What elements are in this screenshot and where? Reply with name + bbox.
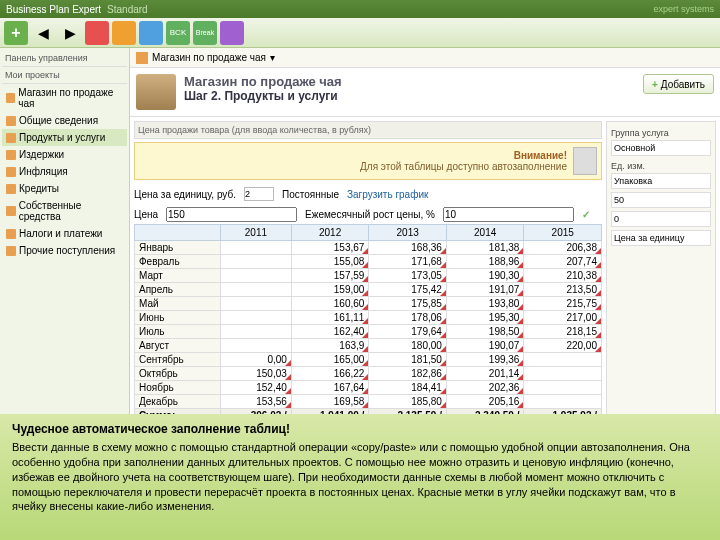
value-cell[interactable]: 153,56 bbox=[221, 395, 292, 409]
value-cell[interactable] bbox=[221, 283, 292, 297]
chart-icon[interactable] bbox=[112, 21, 136, 45]
autofill-icon[interactable] bbox=[573, 147, 597, 175]
value-cell[interactable]: 218,15 bbox=[524, 325, 602, 339]
chevron-down-icon[interactable]: ▾ bbox=[270, 52, 275, 63]
value-cell[interactable]: 157,59 bbox=[291, 269, 369, 283]
value-cell[interactable]: 207,74 bbox=[524, 255, 602, 269]
value-cell[interactable] bbox=[221, 339, 292, 353]
folder-icon bbox=[6, 150, 16, 160]
value-cell[interactable] bbox=[524, 395, 602, 409]
value-cell[interactable]: 160,60 bbox=[291, 297, 369, 311]
value-cell[interactable]: 206,38 bbox=[524, 241, 602, 255]
month-cell: Февраль bbox=[135, 255, 221, 269]
value-cell[interactable]: 173,05 bbox=[369, 269, 447, 283]
param-row-2: Цена Ежемесячный рост цены, % ✓ bbox=[134, 205, 602, 224]
value-cell[interactable]: 165,00 bbox=[291, 353, 369, 367]
value-cell[interactable]: 195,30 bbox=[446, 311, 524, 325]
zero-value[interactable]: 0 bbox=[611, 211, 711, 227]
group-value[interactable]: Основной bbox=[611, 140, 711, 156]
value-cell[interactable]: 217,00 bbox=[524, 311, 602, 325]
break-icon[interactable]: Break bbox=[193, 21, 217, 45]
value-cell[interactable]: 171,68 bbox=[369, 255, 447, 269]
value-cell[interactable]: 180,00 bbox=[369, 339, 447, 353]
value-cell[interactable] bbox=[221, 325, 292, 339]
value-cell[interactable]: 163,9 bbox=[291, 339, 369, 353]
value-cell[interactable]: 175,85 bbox=[369, 297, 447, 311]
value-cell[interactable] bbox=[221, 311, 292, 325]
value-cell[interactable]: 178,06 bbox=[369, 311, 447, 325]
value-cell[interactable]: 150,03 bbox=[221, 367, 292, 381]
value-cell[interactable]: 198,50 bbox=[446, 325, 524, 339]
value-cell[interactable]: 210,38 bbox=[524, 269, 602, 283]
sidebar-item[interactable]: Инфляция bbox=[2, 163, 127, 180]
value-cell[interactable]: 190,30 bbox=[446, 269, 524, 283]
value-cell[interactable]: 169,58 bbox=[291, 395, 369, 409]
value-cell[interactable]: 167,64 bbox=[291, 381, 369, 395]
value-cell[interactable]: 159,00 bbox=[291, 283, 369, 297]
value-cell[interactable]: 153,67 bbox=[291, 241, 369, 255]
value-cell[interactable]: 201,14 bbox=[446, 367, 524, 381]
unit-price-input[interactable] bbox=[244, 187, 274, 201]
value-cell[interactable]: 179,64 bbox=[369, 325, 447, 339]
value-cell[interactable]: 199,36 bbox=[446, 353, 524, 367]
value-cell[interactable]: 168,36 bbox=[369, 241, 447, 255]
forward-icon[interactable]: ▶ bbox=[58, 21, 82, 45]
value-cell[interactable]: 155,08 bbox=[291, 255, 369, 269]
apply-icon[interactable]: ✓ bbox=[582, 209, 590, 220]
load-schedule-link[interactable]: Загрузить график bbox=[347, 189, 428, 200]
value-cell[interactable]: 175,42 bbox=[369, 283, 447, 297]
value-cell[interactable]: 182,86 bbox=[369, 367, 447, 381]
sidebar-item[interactable]: Общие сведения bbox=[2, 112, 127, 129]
sidebar-header: Панель управления bbox=[2, 50, 127, 67]
value-cell[interactable]: 213,50 bbox=[524, 283, 602, 297]
sidebar-item[interactable]: Продукты и услуги bbox=[2, 129, 127, 146]
value-cell[interactable]: 161,11 bbox=[291, 311, 369, 325]
value-cell[interactable]: 152,40 bbox=[221, 381, 292, 395]
table-row: Июль162,40179,64198,50218,15 bbox=[135, 325, 602, 339]
report-icon[interactable] bbox=[139, 21, 163, 45]
add-button[interactable]: + bbox=[4, 21, 28, 45]
back-text-icon[interactable]: BCK bbox=[166, 21, 190, 45]
value-cell[interactable]: 162,40 bbox=[291, 325, 369, 339]
qty-value[interactable]: 50 bbox=[611, 192, 711, 208]
sidebar-item[interactable]: Прочие поступления bbox=[2, 242, 127, 259]
value-cell[interactable]: 166,22 bbox=[291, 367, 369, 381]
delete-icon[interactable] bbox=[85, 21, 109, 45]
value-cell[interactable]: 191,07 bbox=[446, 283, 524, 297]
value-cell[interactable] bbox=[221, 241, 292, 255]
value-cell[interactable]: 184,41 bbox=[369, 381, 447, 395]
sidebar-item[interactable]: Издержки bbox=[2, 146, 127, 163]
value-cell[interactable]: 220,00 bbox=[524, 339, 602, 353]
unit-value[interactable]: Упаковка bbox=[611, 173, 711, 189]
growth-input[interactable] bbox=[443, 207, 574, 222]
value-cell[interactable]: 215,75 bbox=[524, 297, 602, 311]
crumb-text[interactable]: Магазин по продаже чая bbox=[152, 52, 266, 63]
value-cell[interactable] bbox=[221, 255, 292, 269]
month-cell: Май bbox=[135, 297, 221, 311]
value-cell[interactable] bbox=[524, 367, 602, 381]
home-icon[interactable] bbox=[136, 52, 148, 64]
back-icon[interactable]: ◀ bbox=[31, 21, 55, 45]
price-input[interactable] bbox=[166, 207, 297, 222]
value-cell[interactable]: 188,96 bbox=[446, 255, 524, 269]
tool-icon[interactable] bbox=[220, 21, 244, 45]
sidebar-item[interactable]: Магазин по продаже чая bbox=[2, 84, 127, 112]
mode-value[interactable]: Цена за единицу bbox=[611, 230, 711, 246]
value-cell[interactable]: 185,80 bbox=[369, 395, 447, 409]
value-cell[interactable] bbox=[221, 297, 292, 311]
value-cell[interactable]: 0,00 bbox=[221, 353, 292, 367]
value-cell[interactable]: 202,36 bbox=[446, 381, 524, 395]
value-cell[interactable]: 181,38 bbox=[446, 241, 524, 255]
value-cell[interactable] bbox=[524, 381, 602, 395]
sidebar-item[interactable]: Кредиты bbox=[2, 180, 127, 197]
value-cell[interactable]: 205,16 bbox=[446, 395, 524, 409]
sidebar-item[interactable]: Налоги и платежи bbox=[2, 225, 127, 242]
value-cell[interactable]: 190,07 bbox=[446, 339, 524, 353]
value-cell[interactable]: 181,50 bbox=[369, 353, 447, 367]
table-row: Ноябрь152,40167,64184,41202,36 bbox=[135, 381, 602, 395]
add-product-button[interactable]: + Добавить bbox=[643, 74, 714, 94]
value-cell[interactable]: 193,80 bbox=[446, 297, 524, 311]
value-cell[interactable] bbox=[524, 353, 602, 367]
value-cell[interactable] bbox=[221, 269, 292, 283]
sidebar-item[interactable]: Собственные средства bbox=[2, 197, 127, 225]
